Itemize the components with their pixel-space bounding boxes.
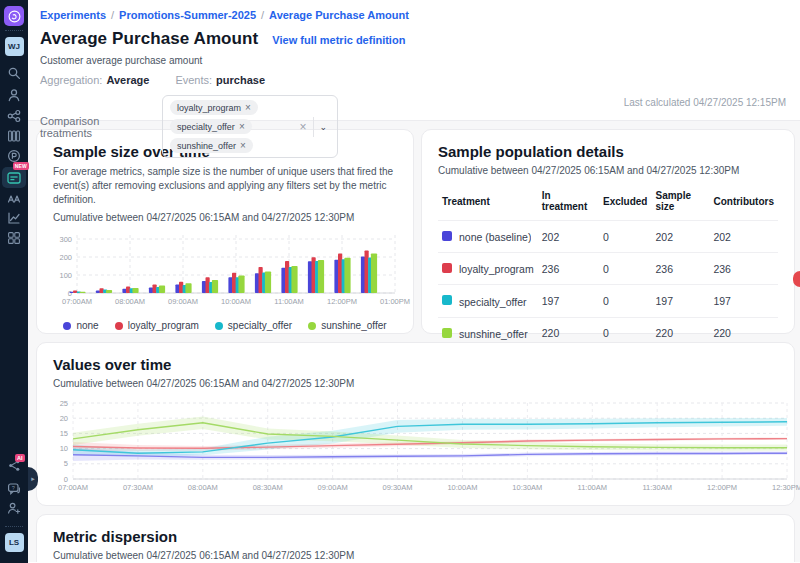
sample-size-legend: noneloyalty_programspecialty_offersunshi… — [53, 320, 397, 331]
values-over-time-card: Values over time Cumulative between 04/2… — [36, 342, 795, 506]
svg-text:?: ? — [12, 485, 15, 491]
feature-gates-icon[interactable] — [0, 109, 28, 123]
table-header: Sample size — [651, 186, 709, 221]
metric-dispersion-card: Metric dispersion Cumulative between 04/… — [36, 514, 795, 562]
table-row: none (baseline) 202 0 202 202 — [438, 221, 778, 253]
chip-remove-icon[interactable]: × — [240, 140, 246, 151]
population-cumulative: Cumulative between 04/27/2025 06:15AM an… — [438, 165, 778, 176]
excluded-value: 0 — [599, 317, 651, 349]
table-row: loyalty_program 236 0 236 236 — [438, 253, 778, 285]
workspace-avatar[interactable]: WJ — [0, 37, 28, 56]
main-area: Experiments/Promotions-Summer-2025/Avera… — [28, 0, 800, 563]
events-value: purchase — [216, 74, 265, 86]
dispersion-title: Metric dispersion — [53, 528, 778, 545]
svg-text:11:30AM: 11:30AM — [642, 483, 671, 492]
metrics-chart-icon[interactable] — [0, 211, 28, 225]
sample-size-card: Sample size over time For average metric… — [36, 129, 414, 334]
sample-size-bar-chart[interactable]: 010020030007:00AM08:00AM09:00AM10:00AM11… — [53, 231, 399, 319]
chip-remove-icon[interactable]: × — [245, 102, 251, 113]
sample-size-cumulative: Cumulative between 04/27/2025 06:15AM an… — [53, 212, 397, 223]
sidebar-divider — [5, 526, 23, 527]
svg-text:01:00PM: 01:00PM — [380, 297, 410, 306]
values-line-chart[interactable]: 051015202507:00AM07:30AM08:00AM08:30AM09… — [53, 397, 791, 501]
app-window: WJ NEW — [0, 0, 800, 563]
app-logo[interactable] — [0, 6, 28, 26]
in-treatment-value: 202 — [538, 221, 599, 253]
svg-text:07:00AM: 07:00AM — [58, 483, 88, 492]
excluded-value: 0 — [599, 221, 651, 253]
search-icon[interactable] — [0, 66, 28, 80]
apps-grid-icon[interactable] — [0, 231, 28, 245]
svg-text:12:00PM: 12:00PM — [327, 297, 357, 306]
breadcrumb-metric-name[interactable]: Average Purchase Amount — [269, 9, 409, 21]
svg-text:07:30AM: 07:30AM — [123, 483, 153, 492]
clear-all-icon[interactable]: × — [294, 120, 311, 134]
sidebar-item-experiments-active[interactable]: NEW — [0, 167, 28, 188]
statsig-logo-icon — [4, 6, 24, 26]
svg-text:11:00AM: 11:00AM — [578, 483, 607, 492]
treatment-chip[interactable]: loyalty_program× — [170, 100, 258, 115]
treatment-name: loyalty_program — [459, 263, 534, 275]
chevron-down-icon[interactable]: ⌄ — [316, 122, 330, 132]
svg-text:07:00AM: 07:00AM — [62, 297, 92, 306]
svg-text:10:30AM: 10:30AM — [512, 483, 542, 492]
population-table-body: none (baseline) 202 0 202 202 loyalty_pr… — [438, 221, 778, 349]
values-cumulative: Cumulative between 04/27/2025 06:15AM an… — [53, 378, 778, 389]
table-header: Excluded — [599, 186, 651, 221]
population-card: Sample population details Cumulative bet… — [421, 129, 795, 334]
left-sidebar: WJ NEW — [0, 0, 28, 563]
svg-text:08:30AM: 08:30AM — [253, 483, 283, 492]
sample-size-value: 197 — [651, 285, 709, 317]
user-initials: LS — [5, 533, 24, 552]
treatment-chips: loyalty_program×specialty_offer×sunshine… — [170, 100, 294, 153]
content-scroll-area[interactable]: Sample size over time For average metric… — [28, 121, 800, 562]
values-title: Values over time — [53, 356, 778, 373]
svg-text:09:00AM: 09:00AM — [168, 297, 198, 306]
legend-item[interactable]: specialty_offer — [215, 320, 292, 331]
excluded-value: 0 — [599, 253, 651, 285]
contributors-value: 236 — [709, 253, 778, 285]
in-treatment-value: 197 — [538, 285, 599, 317]
treatment-name: none (baseline) — [459, 231, 531, 243]
ab-test-icon[interactable] — [0, 191, 28, 205]
support-chat-icon[interactable]: ? — [0, 482, 28, 496]
treatment-color-swatch — [442, 328, 452, 338]
svg-text:100: 100 — [59, 271, 72, 280]
breadcrumb: Experiments/Promotions-Summer-2025/Avera… — [40, 9, 786, 21]
ai-share-icon[interactable]: AI — [0, 459, 28, 472]
treatment-color-swatch — [442, 231, 452, 241]
in-treatment-value: 236 — [538, 253, 599, 285]
legend-dot — [215, 322, 223, 330]
svg-text:09:00AM: 09:00AM — [318, 483, 348, 492]
in-treatment-value: 220 — [538, 317, 599, 349]
layers-columns-icon[interactable] — [0, 129, 28, 143]
treatments-multiselect[interactable]: loyalty_program×specialty_offer×sunshine… — [162, 95, 338, 158]
members-icon[interactable] — [0, 88, 28, 102]
sample-size-description: For average metrics, sample size is the … — [53, 165, 397, 207]
legend-item[interactable]: none — [63, 320, 98, 331]
legend-dot — [115, 322, 123, 330]
pulse-icon[interactable] — [0, 149, 28, 163]
aggregation-label: Aggregation: — [40, 74, 102, 86]
chip-remove-icon[interactable]: × — [239, 121, 245, 132]
invite-user-icon[interactable] — [0, 501, 28, 515]
svg-text:12:30PM: 12:30PM — [772, 483, 800, 492]
treatment-chip[interactable]: specialty_offer× — [170, 119, 252, 134]
svg-text:08:00AM: 08:00AM — [115, 297, 145, 306]
svg-text:10:00AM: 10:00AM — [447, 483, 477, 492]
view-metric-definition-link[interactable]: View full metric definition — [272, 34, 405, 46]
metric-subtitle: Customer average purchase amount — [40, 55, 786, 66]
svg-text:200: 200 — [59, 253, 72, 262]
breadcrumb-experiment-name[interactable]: Promotions-Summer-2025 — [119, 9, 256, 21]
treatment-chip[interactable]: sunshine_offer× — [170, 138, 253, 153]
breadcrumb-experiments[interactable]: Experiments — [40, 9, 106, 21]
page-title: Average Purchase Amount — [40, 29, 258, 49]
right-drawer-handle[interactable] — [793, 271, 800, 287]
legend-item[interactable]: loyalty_program — [115, 320, 199, 331]
population-table-header-row: TreatmentIn treatmentExcludedSample size… — [438, 186, 778, 221]
svg-text:25: 25 — [60, 399, 68, 408]
ai-badge: AI — [15, 454, 25, 462]
user-avatar[interactable]: LS — [0, 533, 28, 552]
legend-item[interactable]: sunshine_offer — [308, 320, 386, 331]
svg-text:10:00AM: 10:00AM — [221, 297, 251, 306]
